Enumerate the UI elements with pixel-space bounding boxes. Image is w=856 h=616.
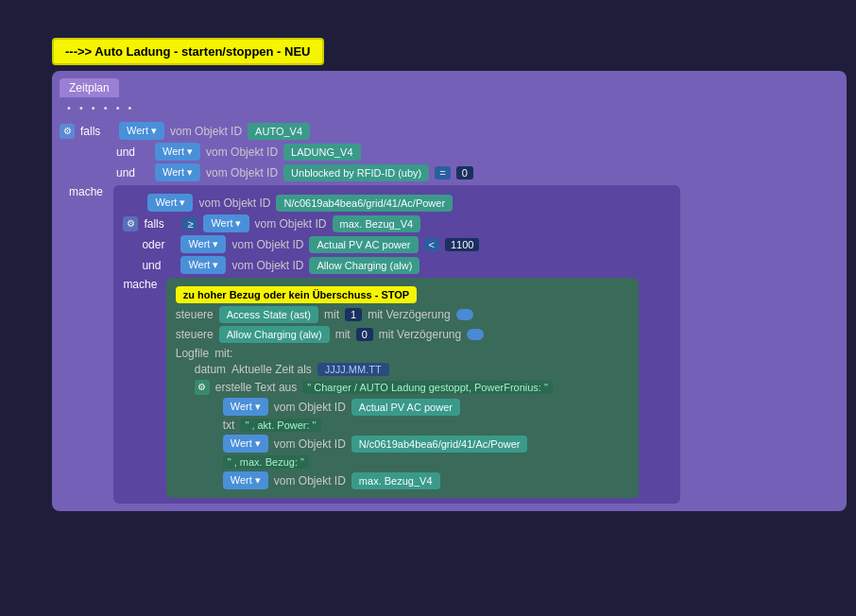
- eq-badge: =: [435, 166, 450, 180]
- mit-label-2: mit: [335, 328, 351, 341]
- vom-objekt-label-2: vom Objekt ID: [206, 145, 278, 159]
- date-format-badge: JJJJ.MM.TT: [317, 363, 389, 376]
- und-label-1: und: [116, 145, 149, 159]
- row-akt-power: txt " , akt. Power: ": [223, 419, 629, 432]
- wert-block-7[interactable]: Wert ▾: [180, 256, 226, 274]
- mache-section: mache Wert ▾ vom Objekt ID N/c0619ab4bea…: [69, 185, 839, 504]
- wert-block-8[interactable]: Wert ▾: [223, 398, 268, 416]
- txt-label: txt: [223, 419, 235, 432]
- row-max-bezug-label: " , max. Bezug: ": [223, 455, 629, 469]
- gear-icon-3[interactable]: ⚙: [195, 380, 210, 395]
- gear-icon-2[interactable]: ⚙: [123, 216, 138, 231]
- row-steuere-access: steuere Access State (ast) mit 1 mit Ver…: [176, 306, 629, 323]
- grid-power-block[interactable]: N/c0619ab4bea6/grid/41/Ac/Power: [276, 195, 453, 212]
- title-text: --->> Auto Ladung - starten/stoppen - NE…: [65, 44, 311, 59]
- logfile-mit-label: mit:: [214, 347, 232, 360]
- row-geq-max-bezug: ⚙ falls ≥ Wert ▾ vom Objekt ID max. Bezu…: [123, 214, 671, 232]
- wert-block-4[interactable]: Wert ▾: [147, 194, 193, 212]
- mit-verzoegerung-label-2: mit Verzögerung: [379, 328, 461, 341]
- gear-icon-1[interactable]: ⚙: [60, 124, 75, 139]
- val0-badge: 0: [356, 328, 373, 341]
- row-allow-charging-cond: und Wert ▾ vom Objekt ID Allow Charging …: [142, 256, 671, 274]
- row-erstelle-text: ⚙ erstelle Text aus " Charger / AUTO Lad…: [195, 380, 629, 395]
- val1-badge: 1: [345, 308, 362, 321]
- row-grid-power2: Wert ▾ vom Objekt ID N/c0619ab4bea6/grid…: [223, 435, 629, 453]
- auto-v4-block[interactable]: AUTO_V4: [248, 123, 310, 140]
- row-stop-text: zu hoher Bezug oder kein Überschuss - ST…: [176, 286, 629, 303]
- row-ladung-v4: und Wert ▾ vom Objekt ID LADUNG_V4: [116, 143, 839, 161]
- vom-objekt-label-6: vom Objekt ID: [231, 238, 303, 251]
- stop-text-block: zu hoher Bezug oder kein Überschuss - ST…: [176, 286, 417, 303]
- vom-objekt-label-1: vom Objekt ID: [170, 125, 242, 138]
- row-grid-power: Wert ▾ vom Objekt ID N/c0619ab4bea6/grid…: [123, 194, 671, 212]
- ladung-v4-block[interactable]: LADUNG_V4: [283, 144, 360, 161]
- max-bezug-v4-block[interactable]: max. Bezug_V4: [351, 472, 440, 489]
- outer-container: Zeitplan • • • • • • ⚙ falls Wert ▾ vom …: [52, 71, 847, 511]
- vom-objekt-label-3: vom Objekt ID: [206, 166, 278, 180]
- row-steuere-allow: steuere Allow Charging (alw) mit 0 mit V…: [176, 326, 629, 343]
- inner-mache-section: mache zu hoher Bezug oder kein Überschus…: [123, 278, 671, 498]
- wert-block-2[interactable]: Wert ▾: [155, 143, 200, 161]
- wert-block-5[interactable]: Wert ▾: [203, 214, 248, 232]
- actual-pv-block[interactable]: Actual PV AC power: [309, 236, 418, 253]
- canvas: --->> Auto Ladung - starten/stoppen - NE…: [0, 0, 856, 616]
- wert-block-9[interactable]: Wert ▾: [223, 435, 268, 453]
- access-state-block[interactable]: Access State (ast): [219, 306, 318, 323]
- vom-objekt-label-8: vom Objekt ID: [274, 401, 346, 414]
- mache-label-2: mache: [123, 278, 157, 291]
- max-bezug-block[interactable]: max. Bezug_V4: [333, 215, 421, 232]
- row-datum: datum Aktuelle Zeit als JJJJ.MM.TT: [195, 363, 629, 376]
- und-label-3: und: [142, 259, 175, 272]
- mit-label-1: mit: [324, 308, 339, 321]
- geq-badge: ≥: [182, 217, 197, 231]
- wert-block-6[interactable]: Wert ▾: [180, 235, 226, 253]
- datum-label: datum: [195, 363, 226, 376]
- zero-badge: 0: [456, 166, 473, 180]
- steuere-label-1: steuere: [176, 308, 214, 321]
- txt-section: ⚙ erstelle Text aus " Charger / AUTO Lad…: [195, 380, 629, 489]
- aktuelle-zeit-label: Aktuelle Zeit als: [231, 363, 312, 376]
- zeitplan-label: Zeitplan: [69, 81, 110, 94]
- vom-objekt-label-4: vom Objekt ID: [198, 197, 270, 210]
- row-auto-v4: ⚙ falls Wert ▾ vom Objekt ID AUTO_V4: [60, 122, 839, 140]
- erstelle-text-label: erstelle Text aus: [215, 381, 298, 394]
- toggle-1[interactable]: [456, 309, 473, 320]
- vom-objekt-label-7: vom Objekt ID: [231, 259, 303, 272]
- falls-label-2: falls: [144, 217, 177, 231]
- falls-label-1: falls: [80, 125, 113, 138]
- steuere-label-2: steuere: [176, 328, 214, 341]
- logfile-label: Logfile: [176, 347, 209, 360]
- row-max-bezug-v4: Wert ▾ vom Objekt ID max. Bezug_V4: [223, 471, 629, 489]
- mache-label-1: mache: [69, 185, 103, 198]
- oder-label-1: oder: [142, 238, 175, 251]
- wert-block-3[interactable]: Wert ▾: [155, 163, 200, 181]
- toggle-2[interactable]: [467, 329, 484, 340]
- row-logfile: Logfile mit:: [176, 347, 629, 360]
- unblocked-block[interactable]: Unblocked by RFID-ID (uby): [283, 164, 429, 181]
- charger-text-badge: " Charger / AUTO Ladung gestoppt, PowerF…: [302, 381, 553, 394]
- zeitplan-dots: • • • • • •: [67, 102, 134, 113]
- mit-verzoegerung-label-1: mit Verzögerung: [368, 308, 450, 321]
- vom-objekt-label-10: vom Objekt ID: [274, 474, 346, 488]
- allow-charging-block[interactable]: Allow Charging (alw): [219, 326, 330, 343]
- akt-power-badge: " , akt. Power: ": [240, 419, 320, 432]
- und-label-2: und: [116, 166, 149, 180]
- title-block: --->> Auto Ladung - starten/stoppen - NE…: [52, 38, 324, 65]
- vom-objekt-label-9: vom Objekt ID: [274, 437, 346, 451]
- lt-badge: <: [424, 238, 439, 251]
- wert-block-10[interactable]: Wert ▾: [223, 471, 268, 489]
- actual-pv-power-block[interactable]: Actual PV AC power: [351, 399, 460, 416]
- wert-block-1[interactable]: Wert ▾: [119, 122, 164, 140]
- grid-power2-block[interactable]: N/c0619ab4bea6/grid/41/Ac/Power: [351, 436, 528, 453]
- row-actual-pv: oder Wert ▾ vom Objekt ID Actual PV AC p…: [142, 235, 671, 253]
- val1100-badge: 1100: [445, 238, 479, 251]
- vom-objekt-label-5: vom Objekt ID: [255, 217, 327, 231]
- row-actual-pv-power: Wert ▾ vom Objekt ID Actual PV AC power: [223, 398, 629, 416]
- row-unblocked: und Wert ▾ vom Objekt ID Unblocked by RF…: [116, 163, 839, 181]
- allow-charging-cond-block[interactable]: Allow Charging (alw): [309, 257, 419, 274]
- max-bezug-label-badge: " , max. Bezug: ": [223, 455, 309, 469]
